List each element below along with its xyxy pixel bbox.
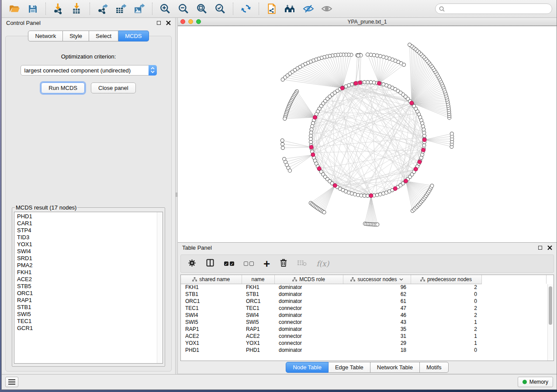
delete-row-icon[interactable] xyxy=(280,258,287,269)
result-node[interactable]: CAR1 xyxy=(17,220,163,227)
close-panel-button[interactable]: Close panel xyxy=(91,83,136,93)
toolbar-separator xyxy=(152,3,152,15)
network-title: YPA_prune.txt_1 xyxy=(180,19,554,25)
column-header-shared-name[interactable]: shared name xyxy=(181,275,242,284)
open-folder-icon[interactable] xyxy=(6,2,23,16)
dropdown-stepper-icon xyxy=(149,65,157,76)
mcds-tab-content: Optimization criterion: largest connecte… xyxy=(5,36,172,371)
zoom-selected-icon[interactable] xyxy=(212,2,228,16)
result-node[interactable]: PHD1 xyxy=(17,213,163,220)
result-node[interactable]: SWI5 xyxy=(17,311,163,318)
table-row[interactable]: YOX1YOX1connector291 xyxy=(181,340,546,347)
float-panel-icon[interactable] xyxy=(157,21,161,25)
search-field[interactable] xyxy=(435,3,552,14)
tab-node-table[interactable]: Node Table xyxy=(286,362,329,373)
tab-network-table[interactable]: Network Table xyxy=(370,362,420,373)
result-node[interactable]: STB1 xyxy=(17,304,163,311)
zoom-in-icon[interactable] xyxy=(157,2,173,16)
tab-network[interactable]: Network xyxy=(28,31,63,41)
mcds-result-group: MCDS result (17 nodes) PHD1 CAR1 STP4 TI… xyxy=(12,204,165,367)
show-column-icon[interactable] xyxy=(206,258,214,269)
add-row-icon[interactable]: + xyxy=(263,259,270,268)
network-window-titlebar[interactable]: YPA_prune.txt_1 xyxy=(178,18,557,26)
run-mcds-button[interactable]: Run MCDS xyxy=(41,83,85,93)
network-canvas[interactable] xyxy=(178,26,557,242)
result-node[interactable]: SRD1 xyxy=(17,255,163,262)
table-row[interactable]: STB1STB1dominator620 xyxy=(181,291,546,298)
result-node[interactable]: PMA2 xyxy=(17,262,163,269)
settings-gear-icon[interactable] xyxy=(188,259,196,269)
column-header-name[interactable]: name xyxy=(242,275,274,284)
import-table-icon[interactable] xyxy=(69,2,85,16)
export-image-icon[interactable] xyxy=(131,2,148,16)
result-node[interactable]: ORC1 xyxy=(17,290,163,297)
table-row[interactable]: TEC1TEC1connector472 xyxy=(181,305,546,312)
export-network-icon[interactable] xyxy=(94,2,111,16)
control-panel-tabs: Network Style Select MCDS xyxy=(2,31,175,41)
network-view-window: YPA_prune.txt_1 xyxy=(178,18,557,243)
result-node[interactable]: SWI4 xyxy=(17,248,163,255)
toolbar-separator xyxy=(90,3,90,15)
table-row[interactable]: ORC1ORC1dominator610 xyxy=(181,298,546,305)
table-row[interactable]: FKH1FKH1dominator962 xyxy=(181,284,546,291)
column-header-predecessor-nodes[interactable]: predecessor nodes xyxy=(411,275,481,284)
control-panel: Control Panel Network Style Select MCDS … xyxy=(2,18,175,374)
list-scrollbar[interactable] xyxy=(157,212,163,363)
function-builder-icon[interactable]: f(x) xyxy=(316,259,329,268)
home-networks-icon[interactable] xyxy=(282,2,298,16)
column-header-mcds-role[interactable]: MCDS role xyxy=(274,275,343,284)
result-node[interactable]: GCR1 xyxy=(17,325,163,332)
save-session-icon[interactable] xyxy=(24,2,41,16)
result-node[interactable]: TID3 xyxy=(17,234,163,241)
tab-style[interactable]: Style xyxy=(63,31,89,41)
toolbar-separator xyxy=(233,3,233,15)
show-eye-icon[interactable] xyxy=(318,2,335,16)
status-bar: Memory xyxy=(2,374,557,389)
result-node[interactable]: ACE2 xyxy=(17,276,163,283)
result-node[interactable]: YOX1 xyxy=(17,241,163,248)
mcds-result-list[interactable]: PHD1 CAR1 STP4 TID3 YOX1 SWI4 SRD1 PMA2 … xyxy=(14,212,163,364)
memory-status-dot xyxy=(522,380,527,384)
table-panel: Table Panel ✓✓ xyxy=(178,243,557,374)
search-icon xyxy=(439,6,445,12)
table-row[interactable]: SWI5SWI5connector431 xyxy=(181,319,546,326)
tab-motifs[interactable]: Motifs xyxy=(420,362,449,373)
criterion-value: largest connected component (undirected) xyxy=(21,67,149,74)
result-node[interactable]: STB5 xyxy=(17,283,163,290)
result-node[interactable]: STP4 xyxy=(17,227,163,234)
table-row[interactable]: SWI4SWI4dominator462 xyxy=(181,312,546,319)
table-row[interactable]: ACE2ACE2connector311 xyxy=(181,333,546,340)
close-table-panel-icon[interactable] xyxy=(547,245,552,250)
result-node[interactable]: TEC1 xyxy=(17,318,163,325)
sort-descending-icon xyxy=(399,278,403,281)
task-history-button[interactable] xyxy=(5,377,18,387)
hide-selected-eye-icon[interactable] xyxy=(300,2,317,16)
refresh-layout-icon[interactable] xyxy=(238,2,254,16)
zoom-fit-icon[interactable] xyxy=(194,2,210,16)
search-input[interactable] xyxy=(447,6,548,12)
toolbar-separator xyxy=(259,3,259,15)
delete-table-icon[interactable] xyxy=(297,259,307,268)
result-node[interactable]: RAP1 xyxy=(17,297,163,304)
network-document-icon[interactable] xyxy=(263,2,280,16)
result-node[interactable]: FKH1 xyxy=(17,269,163,276)
column-header-successor-nodes[interactable]: successor nodes xyxy=(343,275,411,284)
import-network-icon[interactable] xyxy=(50,2,67,16)
memory-button[interactable]: Memory xyxy=(518,377,553,387)
attribute-icon xyxy=(350,277,355,282)
criterion-dropdown[interactable]: largest connected component (undirected) xyxy=(21,65,157,76)
deselect-all-checkboxes-icon[interactable] xyxy=(244,261,254,266)
table-scrollbar-thumb[interactable] xyxy=(549,286,552,325)
tab-select[interactable]: Select xyxy=(89,31,118,41)
table-row[interactable]: RAP1RAP1dominator352 xyxy=(181,326,546,333)
export-table-icon[interactable] xyxy=(113,2,129,16)
table-row[interactable]: PHD1PHD1dominator180 xyxy=(181,347,546,354)
control-panel-title: Control Panel xyxy=(6,20,41,26)
close-panel-icon[interactable] xyxy=(166,21,171,25)
tab-mcds[interactable]: MCDS xyxy=(118,31,149,41)
zoom-out-icon[interactable] xyxy=(175,2,192,16)
select-all-checkboxes-icon[interactable]: ✓✓ xyxy=(224,261,234,266)
float-table-panel-icon[interactable] xyxy=(538,246,542,250)
tab-edge-table[interactable]: Edge Table xyxy=(329,362,370,373)
table-toolbar: ✓✓ + f(x) xyxy=(180,254,554,273)
